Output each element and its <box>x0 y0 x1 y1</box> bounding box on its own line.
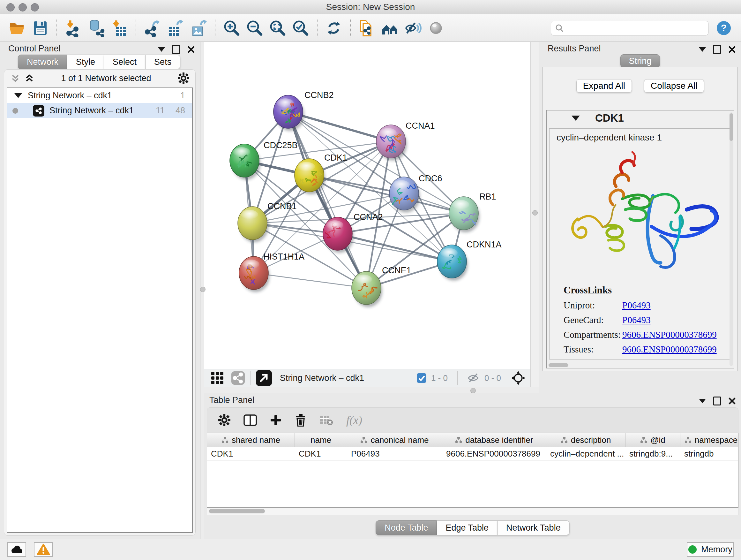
node-result-header[interactable]: CDK1 <box>547 111 734 126</box>
right-splitter-handle[interactable] <box>532 210 538 215</box>
warnings-button[interactable] <box>34 542 53 557</box>
expand-all-icon[interactable] <box>24 73 35 84</box>
network-node[interactable]: CDC25B <box>230 140 298 180</box>
fit-selected-crosshair-icon[interactable] <box>511 370 526 386</box>
panel-menu-icon[interactable] <box>699 47 706 52</box>
search-input[interactable] <box>567 23 704 33</box>
table-cell[interactable]: stringdb <box>680 447 738 460</box>
share-file-icon[interactable] <box>358 18 376 38</box>
column-header-name[interactable]: name <box>295 433 347 447</box>
column-header-description[interactable]: description <box>546 433 625 447</box>
network-node[interactable]: RB1 <box>449 192 496 233</box>
gear-icon[interactable] <box>178 72 190 84</box>
table-horizontal-scrollbar[interactable] <box>207 508 738 515</box>
collapse-entry-icon[interactable] <box>571 116 580 121</box>
table-row[interactable]: CDK1CDK1P064939606.ENSP00000378699cyclin… <box>207 447 738 461</box>
table-cell[interactable]: CDK1 <box>295 447 347 460</box>
panel-menu-icon[interactable] <box>699 399 706 403</box>
memory-button[interactable]: Memory <box>687 542 734 557</box>
collapse-all-icon[interactable] <box>10 73 21 84</box>
left-splitter-handle[interactable] <box>200 287 205 292</box>
tab-style[interactable]: Style <box>67 55 104 69</box>
tab-network[interactable]: Network <box>18 55 67 69</box>
panel-menu-icon[interactable] <box>158 47 165 52</box>
crosslink-link[interactable]: 9606.ENSP00000378699 <box>622 329 717 340</box>
table-settings-gear-icon[interactable] <box>218 414 231 427</box>
export-network-icon[interactable] <box>143 18 162 38</box>
grid-view-icon[interactable] <box>211 371 224 385</box>
table-cell[interactable]: 9606.ENSP00000378699 <box>442 447 546 460</box>
crosslinks-list: Uniprot:P06493GeneCard:P06493Compartment… <box>563 300 731 360</box>
help-icon[interactable]: ? <box>716 20 731 36</box>
close-panel-icon[interactable] <box>728 46 736 53</box>
selected-checkbox-icon[interactable] <box>416 373 427 383</box>
table-horizontal-scroll-thumb[interactable] <box>209 509 265 513</box>
import-table-icon[interactable] <box>110 18 129 38</box>
table-cell[interactable]: cyclin–dependent ... <box>546 447 625 460</box>
network-node[interactable]: CCNB2 <box>273 90 334 131</box>
open-in-window-icon[interactable] <box>256 370 272 386</box>
sphere-icon[interactable] <box>427 18 445 38</box>
import-database-icon[interactable] <box>87 18 106 38</box>
collapse-all-button[interactable]: Collapse All <box>644 79 704 92</box>
home-networks-icon[interactable] <box>381 18 399 38</box>
bottom-splitter-handle[interactable] <box>470 388 476 393</box>
crosslink-link[interactable]: P06493 <box>622 300 651 311</box>
zoom-in-icon[interactable] <box>222 18 241 38</box>
results-vertical-scroll-thumb[interactable] <box>730 113 733 141</box>
zoom-selected-icon[interactable] <box>291 18 310 38</box>
zoom-out-icon[interactable] <box>246 18 264 38</box>
tab-network-table[interactable]: Network Table <box>497 520 569 535</box>
crosslink-link[interactable]: 9606.ENSP00000378699 <box>622 344 717 355</box>
search-field[interactable] <box>551 21 709 36</box>
import-network-icon[interactable] <box>64 18 83 38</box>
table-cell[interactable]: stringdb:9... <box>625 447 680 460</box>
refresh-icon[interactable] <box>325 18 343 38</box>
column-header-canonical-name[interactable]: canonical name <box>347 433 442 447</box>
results-horizontal-scroll-thumb[interactable] <box>549 363 568 367</box>
table-cell[interactable]: CDK1 <box>207 447 295 460</box>
tab-select[interactable]: Select <box>104 55 145 69</box>
column-header-namespace[interactable]: namespace <box>680 433 738 447</box>
tree-expander-icon[interactable] <box>14 93 22 98</box>
cloud-button[interactable] <box>7 542 26 557</box>
open-session-icon[interactable] <box>8 18 26 38</box>
hidden-eye-icon[interactable] <box>467 372 480 384</box>
column-header-@id[interactable]: @id <box>625 433 680 447</box>
network-node[interactable]: CDK1 <box>294 153 347 194</box>
expand-all-button[interactable]: Expand All <box>576 79 632 92</box>
export-table-icon[interactable] <box>166 18 185 38</box>
export-image-icon[interactable] <box>189 18 208 38</box>
close-panel-icon[interactable] <box>728 397 736 405</box>
network-node[interactable]: CCNE1 <box>352 266 411 307</box>
network-node[interactable]: CDKN1A <box>437 240 502 281</box>
tab-sets[interactable]: Sets <box>145 55 180 69</box>
network-collection-row[interactable]: String Network – cdk1 1 <box>7 88 192 103</box>
results-vertical-scrollbar[interactable] <box>730 112 733 366</box>
crosslink-link[interactable]: P06493 <box>622 315 651 325</box>
close-panel-icon[interactable] <box>187 46 195 53</box>
float-panel-icon[interactable] <box>713 396 721 406</box>
crosslink-link[interactable]: P06493 <box>622 359 651 360</box>
hidden-count: 0 - 0 <box>484 373 501 383</box>
show-columns-icon[interactable] <box>244 414 257 427</box>
add-column-icon[interactable] <box>270 414 282 426</box>
table-cell[interactable]: P06493 <box>347 447 442 460</box>
network-node[interactable]: CCNA1 <box>376 121 435 161</box>
delete-column-icon[interactable] <box>294 414 307 427</box>
zoom-fit-icon[interactable] <box>268 18 287 38</box>
tab-node-table[interactable]: Node Table <box>376 520 437 535</box>
network-graph[interactable]: CCNB2CCNA1CDC25BCDK1CDC6RB1CCNB1CCNA2CDK… <box>204 42 530 369</box>
tab-edge-table[interactable]: Edge Table <box>437 520 497 535</box>
column-header-shared-name[interactable]: shared name <box>207 433 295 447</box>
hide-panel-icon[interactable] <box>404 18 422 38</box>
float-panel-icon[interactable] <box>713 45 721 54</box>
tab-string[interactable]: String <box>620 54 660 68</box>
save-session-icon[interactable] <box>31 18 50 38</box>
node-table[interactable]: shared namenamecanonical namedatabase id… <box>207 433 738 508</box>
network-row-selected[interactable]: String Network – cdk1 11 48 <box>7 103 192 118</box>
network-canvas[interactable]: CCNB2CCNA1CDC25BCDK1CDC6RB1CCNB1CCNA2CDK… <box>204 42 530 369</box>
float-panel-icon[interactable] <box>172 45 180 54</box>
network-node[interactable]: HIST1H1A <box>239 252 305 292</box>
column-header-database-identifier[interactable]: database identifier <box>442 433 546 447</box>
